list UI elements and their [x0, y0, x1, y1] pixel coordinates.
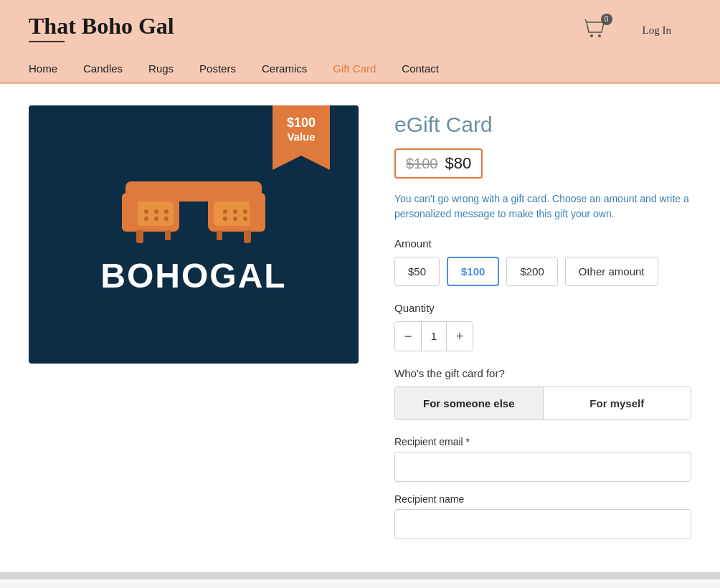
svg-point-21 [243, 209, 247, 214]
nav-item-home[interactable]: Home [29, 62, 57, 75]
cart-count: 0 [601, 14, 612, 25]
product-image: $100 Value [29, 105, 359, 364]
quantity-increase-button[interactable]: + [447, 322, 473, 351]
quantity-control: − 1 + [394, 321, 473, 351]
couch-icon [122, 174, 265, 249]
nav-item-posters[interactable]: Posters [199, 62, 236, 75]
svg-point-22 [223, 217, 227, 221]
product-image-container: $100 Value [29, 105, 359, 551]
nav-item-gift-card[interactable]: Gift Card [333, 62, 376, 75]
quantity-value: 1 [421, 322, 447, 351]
recipient-name-input[interactable] [394, 509, 691, 539]
svg-point-1 [598, 34, 601, 37]
recipient-email-label: Recipient email * [394, 436, 691, 447]
svg-rect-9 [136, 230, 143, 243]
nav-item-contact[interactable]: Contact [402, 62, 439, 75]
price-original: $100 [406, 156, 438, 172]
amount-option-3[interactable]: Other amount [565, 257, 658, 286]
svg-point-13 [144, 209, 148, 214]
gift-for-label: Who's the gift card for? [394, 367, 691, 379]
svg-rect-8 [250, 193, 265, 232]
product-description: You can't go wrong with a gift card. Cho… [394, 191, 691, 222]
main-content: $100 Value [0, 84, 720, 572]
login-button[interactable]: Log In [622, 17, 691, 44]
svg-point-18 [164, 217, 169, 221]
nav-item-ceramics[interactable]: Ceramics [262, 62, 307, 75]
ribbon: $100 Value [273, 105, 330, 170]
price-sale: $80 [445, 154, 472, 173]
svg-point-16 [144, 217, 148, 221]
svg-point-19 [223, 209, 227, 214]
svg-rect-3 [135, 201, 174, 226]
gift-for-option-1[interactable]: For myself [544, 387, 691, 419]
svg-rect-11 [165, 230, 171, 240]
recipient-name-label: Recipient name [394, 493, 691, 505]
svg-rect-10 [244, 230, 251, 243]
svg-point-24 [243, 217, 247, 221]
price-box: $100 $80 [394, 148, 483, 179]
svg-point-15 [164, 209, 169, 214]
header-top: That Boho Gal 0 Log In [29, 13, 691, 55]
ribbon-amount: $100 [287, 115, 316, 130]
header: That Boho Gal 0 Log In HomeCandlesRugsPo… [0, 0, 720, 82]
bottom-bar [0, 572, 720, 579]
header-right: 0 Log In [582, 16, 691, 45]
product-title: eGift Card [394, 113, 691, 137]
nav-item-rugs[interactable]: Rugs [148, 62, 174, 75]
svg-rect-12 [217, 230, 222, 240]
amount-option-1[interactable]: $100 [447, 257, 499, 286]
gift-for-option-0[interactable]: For someone else [395, 387, 543, 419]
svg-point-14 [154, 209, 158, 214]
brand-name: BOHOGAL [100, 256, 286, 295]
title-underline [29, 41, 65, 42]
svg-point-23 [233, 217, 237, 221]
site-title: That Boho Gal [29, 13, 174, 39]
svg-point-0 [590, 34, 593, 37]
recipient-email-input[interactable] [394, 452, 691, 482]
svg-rect-6 [125, 181, 262, 201]
amount-option-0[interactable]: $50 [394, 257, 440, 286]
amount-option-2[interactable]: $200 [506, 257, 557, 286]
quantity-decrease-button[interactable]: − [395, 322, 421, 351]
svg-point-20 [233, 209, 237, 214]
nav-item-candles[interactable]: Candles [83, 62, 123, 75]
product-details: eGift Card $100 $80 You can't go wrong w… [394, 105, 691, 551]
main-nav: HomeCandlesRugsPostersCeramicsGift CardC… [29, 55, 691, 82]
ribbon-value-label: Value [273, 131, 330, 143]
brand-section: That Boho Gal [29, 13, 174, 48]
svg-rect-5 [214, 201, 252, 226]
amount-buttons: $50$100$200Other amount [394, 257, 691, 286]
gift-for-buttons: For someone elseFor myself [394, 387, 691, 420]
quantity-label: Quantity [394, 302, 691, 314]
svg-point-17 [154, 217, 158, 221]
cart-button[interactable]: 0 [582, 16, 608, 45]
svg-rect-7 [122, 193, 138, 232]
amount-label: Amount [394, 237, 691, 250]
